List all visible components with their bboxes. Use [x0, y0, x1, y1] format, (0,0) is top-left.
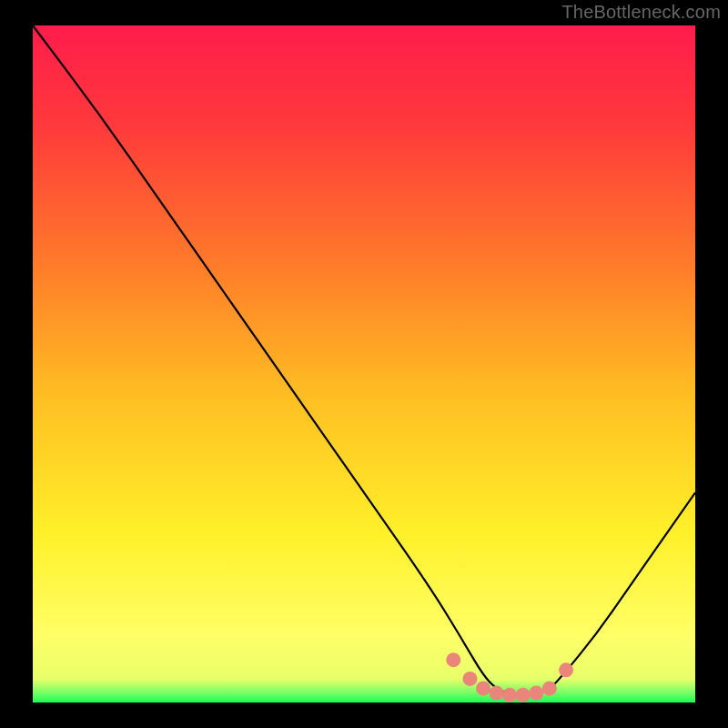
optimal-marker [446, 652, 460, 667]
optimal-marker [529, 686, 543, 701]
optimal-marker [542, 681, 557, 695]
optimal-marker [476, 681, 490, 695]
bottleneck-chart [0, 0, 728, 728]
chart-container: TheBottleneck.com [0, 0, 728, 728]
optimal-marker [502, 688, 517, 703]
optimal-marker [462, 672, 477, 686]
optimal-marker [559, 662, 573, 677]
attribution-label: TheBottleneck.com [561, 2, 721, 23]
plot-background [33, 25, 695, 703]
optimal-marker [516, 688, 531, 703]
optimal-marker [490, 686, 504, 701]
